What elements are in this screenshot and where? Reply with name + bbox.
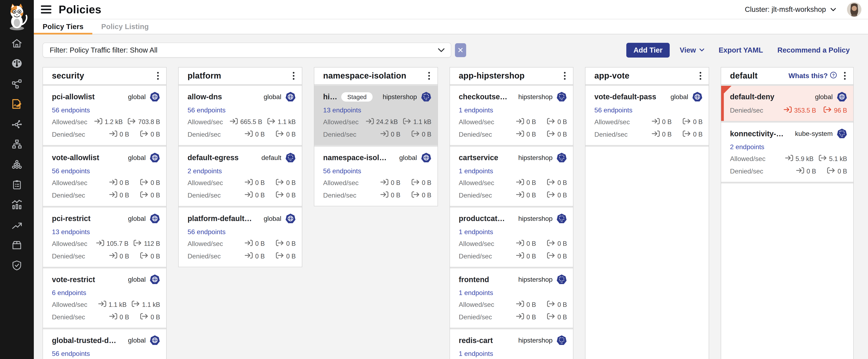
user-avatar[interactable] xyxy=(847,2,861,17)
recommend-policy-button[interactable]: Recommend a Policy xyxy=(773,43,854,58)
tier-column-platform: platform allow-dns global 56 endpoints A… xyxy=(178,67,302,267)
endpoints-link[interactable]: 1 endpoints xyxy=(459,167,493,175)
policy-card-default-egress[interactable]: default-egress default ns2 endpoints All… xyxy=(179,147,302,206)
policy-card-pci-allowlist[interactable]: pci-allowlist global 56 endpoints Allowe… xyxy=(43,86,166,145)
sidebar-item-trends[interactable] xyxy=(0,215,34,235)
egress-icon xyxy=(824,106,832,115)
denied-egress-value: 0 B xyxy=(405,130,431,139)
scope-label: global xyxy=(128,215,146,222)
cluster-label: Cluster: jlt-msft-workshop xyxy=(745,5,826,13)
sidebar-item-flows[interactable] xyxy=(0,114,34,134)
policy-card-frontend[interactable]: frontend hipstershop ns1 endpoints Allow… xyxy=(450,269,573,328)
tab-policy-listing[interactable]: Policy Listing xyxy=(92,19,158,34)
whats-this-link[interactable]: Whats this? ? xyxy=(788,72,837,80)
policy-card-productcatalogservice[interactable]: productcatalogservice hipstershop ns1 en… xyxy=(450,208,573,267)
sidebar-item-compliance[interactable] xyxy=(0,174,34,195)
endpoints-link[interactable]: 56 endpoints xyxy=(594,106,632,114)
package-icon xyxy=(11,239,23,251)
sidebar-item-home[interactable] xyxy=(0,33,34,53)
policy-card-title-row: pci-restrict global xyxy=(52,213,160,224)
endpoints-link[interactable]: 56 endpoints xyxy=(52,350,90,358)
stat-label: Denied/sec xyxy=(594,131,641,138)
egress-icon xyxy=(128,118,136,127)
policy-card-vote-allowlist[interactable]: vote-allowlist global 56 endpoints Allow… xyxy=(43,147,166,206)
egress-icon xyxy=(827,167,835,176)
global-scope-icon xyxy=(150,274,160,285)
ingress-icon xyxy=(652,118,660,127)
policy-card-namespace-isolation-default-p[interactable]: namespace-isolation-default-p… global 56… xyxy=(314,147,437,206)
tab-policy-tiers[interactable]: Policy Tiers xyxy=(34,19,93,34)
policy-card-hipstershop-gh[interactable]: hipstershop-gh…Staged hipstershop ns13 e… xyxy=(314,86,437,145)
ingress-icon xyxy=(516,130,524,139)
allowed-ingress-value: 24.2 kB xyxy=(366,118,398,127)
endpoints-link[interactable]: 6 endpoints xyxy=(52,289,86,297)
endpoints-link[interactable]: 56 endpoints xyxy=(323,167,361,175)
endpoints-link[interactable]: 1 endpoints xyxy=(459,228,493,236)
endpoints-link[interactable]: 56 endpoints xyxy=(52,106,90,114)
sidebar-item-policies[interactable] xyxy=(0,94,34,114)
denied-ingress-value: 0 B xyxy=(98,252,129,261)
sidebar-item-statistics[interactable] xyxy=(0,195,34,215)
sidebar-item-dashboard[interactable] xyxy=(0,53,34,74)
kebab-menu-icon[interactable] xyxy=(290,71,297,81)
stat-label: Allowed/sec xyxy=(459,240,505,248)
sidebar-item-service-graph[interactable] xyxy=(0,74,34,94)
policy-card-platform-default-pass[interactable]: platform-default-pass global 56 endpoint… xyxy=(179,208,302,267)
calico-cat-logo xyxy=(3,3,31,32)
policy-card-allow-dns[interactable]: allow-dns global 56 endpoints Allowed/se… xyxy=(179,86,302,145)
view-menu-button[interactable]: View xyxy=(675,43,709,58)
stat-label: Denied/sec xyxy=(459,192,505,199)
sidebar-item-threat-defense[interactable] xyxy=(0,255,34,275)
sidebar-item-endpoints[interactable] xyxy=(0,154,34,174)
endpoints-link[interactable]: 1 endpoints xyxy=(459,289,493,297)
policy-card-title-row: global-trusted-domains global xyxy=(52,335,160,346)
policy-card-cartservice[interactable]: cartservice hipstershop ns1 endpoints Al… xyxy=(450,147,573,206)
endpoints-link[interactable]: 2 endpoints xyxy=(730,143,765,151)
policy-card-vote-restrict[interactable]: vote-restrict global 6 endpoints Allowed… xyxy=(43,269,166,328)
ingress-icon xyxy=(245,178,253,187)
egress-icon xyxy=(276,178,284,187)
policy-card-vote-default-pass[interactable]: vote-default-pass global 56 endpoints Al… xyxy=(585,86,709,145)
stat-label: Allowed/sec xyxy=(594,118,641,126)
ingress-icon xyxy=(516,252,524,261)
stat-label: Allowed/sec xyxy=(188,118,230,126)
endpoints-link[interactable]: 56 endpoints xyxy=(52,167,90,175)
tier-header: defaultWhats this? ? xyxy=(721,67,853,84)
policy-card-konnectivity-agent[interactable]: konnectivity-agent kube-system ns2 endpo… xyxy=(721,122,853,182)
denied-ingress-value: 0 B xyxy=(641,130,672,139)
endpoints-link[interactable]: 1 endpoints xyxy=(459,106,493,114)
endpoints-link[interactable]: 2 endpoints xyxy=(188,167,222,175)
policy-card-pci-restrict[interactable]: pci-restrict global 13 endpoints Allowed… xyxy=(43,208,166,267)
help-circle-icon: ? xyxy=(830,72,837,80)
stat-label: Allowed/sec xyxy=(459,301,505,308)
kebab-menu-icon[interactable] xyxy=(842,71,848,81)
egress-icon xyxy=(276,191,284,200)
endpoints-link[interactable]: 13 endpoints xyxy=(52,228,90,236)
policy-card-redis-cart[interactable]: redis-cart hipstershop ns1 endpoints All… xyxy=(450,329,573,359)
export-yaml-button[interactable]: Export YAML xyxy=(714,43,768,58)
endpoints-link[interactable]: 1 endpoints xyxy=(459,350,493,358)
hamburger-menu-icon[interactable] xyxy=(39,3,54,16)
denied-ingress-value: 0 B xyxy=(505,191,536,200)
cluster-selector[interactable]: Cluster: jlt-msft-workshop xyxy=(741,5,839,14)
allowed-ingress-value: 0 B xyxy=(505,300,536,309)
endpoints-link[interactable]: 56 endpoints xyxy=(188,106,225,114)
kebab-menu-icon[interactable] xyxy=(561,71,568,81)
policy-filter-select[interactable]: Filter: Policy Traffic filter: Show All xyxy=(42,43,451,58)
egress-icon xyxy=(276,239,284,248)
namespace-icon: ns xyxy=(285,153,296,163)
kebab-menu-icon[interactable] xyxy=(697,71,704,81)
endpoints-link[interactable]: 13 endpoints xyxy=(323,106,361,114)
policy-card-global-trusted-domains[interactable]: global-trusted-domains global 56 endpoin… xyxy=(43,329,166,359)
policy-card-checkoutservice[interactable]: checkoutservice hipstershop ns1 endpoint… xyxy=(450,86,573,145)
sidebar-item-topology[interactable] xyxy=(0,134,34,154)
policy-name: hipstershop-gh… xyxy=(323,92,337,101)
add-tier-button[interactable]: Add Tier xyxy=(626,43,670,58)
clear-filter-button[interactable] xyxy=(455,43,466,57)
sidebar-item-images[interactable] xyxy=(0,235,34,255)
policy-card-default-deny[interactable]: default-deny global Denied/sec 353.5 B 9… xyxy=(721,86,853,121)
kebab-menu-icon[interactable] xyxy=(155,71,161,81)
endpoints-link[interactable]: 56 endpoints xyxy=(188,228,225,236)
kebab-menu-icon[interactable] xyxy=(426,71,433,81)
policy-card-title-row: konnectivity-agent kube-system ns xyxy=(730,128,847,139)
